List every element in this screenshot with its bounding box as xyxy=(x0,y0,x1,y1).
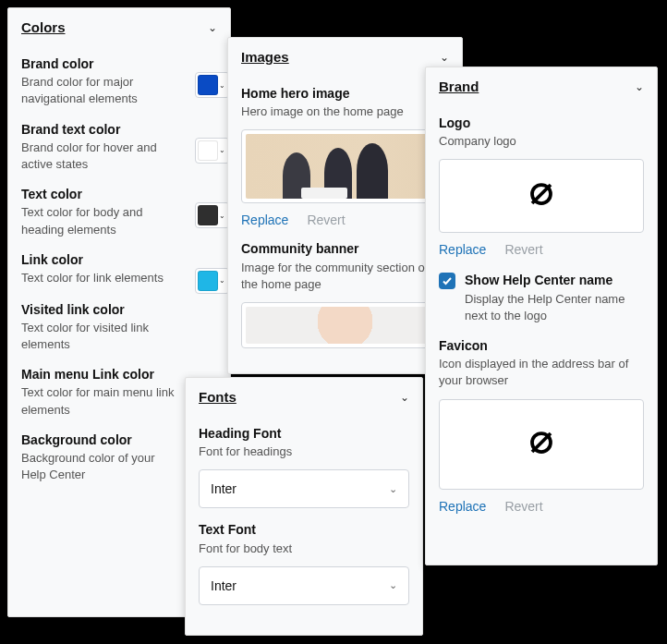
show-name-title: Show Help Center name xyxy=(465,272,644,288)
show-name-desc: Display the Help Center name next to the… xyxy=(465,291,644,324)
logo-revert-link: Revert xyxy=(504,242,542,257)
text-font-title: Text Font xyxy=(199,521,409,538)
community-title: Community banner xyxy=(241,240,449,257)
colors-header[interactable]: Colors ⌄ xyxy=(8,8,230,43)
empty-image-icon xyxy=(528,180,555,212)
hero-desc: Hero image on the home page xyxy=(241,103,449,120)
text-font-select[interactable]: Inter ⌄ xyxy=(199,566,409,605)
text-font-desc: Font for body text xyxy=(199,541,409,557)
hero-image-preview[interactable] xyxy=(241,129,449,203)
show-name-checkbox[interactable] xyxy=(439,273,455,289)
logo-item: Logo Company logo Replace Revert xyxy=(439,115,644,257)
community-image-preview[interactable] xyxy=(241,302,449,348)
chevron-down-icon: ⌄ xyxy=(635,80,644,93)
hero-replace-link[interactable]: Replace xyxy=(241,213,288,227)
fonts-heading: Fonts xyxy=(199,389,236,405)
text-color-title: Text color xyxy=(21,186,178,202)
hero-revert-link: Revert xyxy=(307,213,345,227)
visited-link-color-desc: Text color for visited link elements xyxy=(21,320,178,353)
main-menu-link-color-title: Main menu Link color xyxy=(21,366,178,383)
heading-font-value: Inter xyxy=(211,481,236,496)
fonts-header[interactable]: Fonts ⌄ xyxy=(186,378,422,412)
link-color-item: Link color Text color for link elements … xyxy=(21,251,217,288)
community-banner-item: Community banner Image for the community… xyxy=(241,240,449,348)
heading-font-select[interactable]: Inter ⌄ xyxy=(199,469,409,508)
show-name-row: Show Help Center name Display the Help C… xyxy=(439,272,644,324)
logo-title: Logo xyxy=(439,115,644,131)
text-color-desc: Text color for body and heading elements xyxy=(21,204,178,237)
text-font-item: Text Font Font for body text Inter ⌄ xyxy=(199,521,409,604)
main-menu-link-color-desc: Text color for main menu link elements xyxy=(21,384,178,418)
logo-desc: Company logo xyxy=(439,133,644,150)
visited-link-color-item: Visited link color Text color for visite… xyxy=(21,301,217,354)
fonts-panel: Fonts ⌄ Heading Font Font for headings I… xyxy=(185,377,423,636)
link-color-title: Link color xyxy=(21,251,178,268)
heading-font-item: Heading Font Font for headings Inter ⌄ xyxy=(199,425,409,508)
brand-color-title: Brand color xyxy=(21,55,178,72)
favicon-title: Favicon xyxy=(439,337,644,354)
colors-heading: Colors xyxy=(21,19,66,35)
hero-image-item: Home hero image Hero image on the home p… xyxy=(241,85,449,227)
brand-color-item: Brand color Brand color for major naviga… xyxy=(21,55,217,108)
brand-heading: Brand xyxy=(439,79,479,94)
chevron-down-icon: ⌄ xyxy=(440,51,449,64)
visited-link-color-title: Visited link color xyxy=(21,301,178,318)
brand-text-color-desc: Brand color for hover and active states xyxy=(21,140,178,173)
favicon-desc: Icon displayed in the address bar of you… xyxy=(439,356,644,389)
logo-replace-link[interactable]: Replace xyxy=(439,242,486,257)
brand-text-color-title: Brand text color xyxy=(21,121,178,138)
brand-text-color-item: Brand text color Brand color for hover a… xyxy=(21,121,217,174)
brand-color-swatch[interactable]: ⌄ xyxy=(195,72,230,98)
images-heading: Images xyxy=(241,49,289,65)
logo-preview[interactable] xyxy=(439,159,644,233)
brand-panel: Brand ⌄ Logo Company logo Replace Revert xyxy=(425,67,658,565)
community-desc: Image for the community section on the h… xyxy=(241,260,449,293)
brand-text-color-swatch[interactable]: ⌄ xyxy=(195,138,230,164)
favicon-preview[interactable] xyxy=(439,399,644,490)
link-color-swatch[interactable]: ⌄ xyxy=(195,268,230,294)
favicon-revert-link: Revert xyxy=(504,499,542,514)
brand-color-desc: Brand color for major navigational eleme… xyxy=(21,74,178,107)
favicon-item: Favicon Icon displayed in the address ba… xyxy=(439,337,644,514)
hero-title: Home hero image xyxy=(241,85,449,102)
heading-font-title: Heading Font xyxy=(199,425,409,442)
background-color-title: Background color xyxy=(21,431,178,448)
text-color-item: Text color Text color for body and headi… xyxy=(21,186,217,238)
chevron-down-icon: ⌄ xyxy=(389,483,397,495)
brand-header[interactable]: Brand ⌄ xyxy=(426,67,657,102)
text-color-swatch[interactable]: ⌄ xyxy=(195,202,230,228)
chevron-down-icon: ⌄ xyxy=(389,579,397,591)
chevron-down-icon: ⌄ xyxy=(400,391,409,404)
text-font-value: Inter xyxy=(211,578,236,593)
background-color-desc: Background color of your Help Center xyxy=(21,450,178,483)
favicon-replace-link[interactable]: Replace xyxy=(439,499,486,514)
chevron-down-icon: ⌄ xyxy=(208,21,217,34)
link-color-desc: Text color for link elements xyxy=(21,270,178,286)
heading-font-desc: Font for headings xyxy=(199,444,409,460)
empty-image-icon xyxy=(528,429,555,460)
